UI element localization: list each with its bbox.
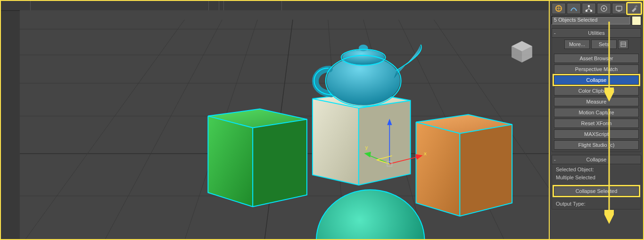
sets-button[interactable]: Sets <box>591 40 617 49</box>
rollout-collapse: - Collapse Selected Object: Multiple Sel… <box>552 155 641 209</box>
svg-marker-47 <box>415 154 422 160</box>
svg-marker-17 <box>253 120 307 207</box>
transform-gizmo[interactable]: y x <box>359 116 444 173</box>
object-color-swatch[interactable] <box>632 16 641 25</box>
svg-point-63 <box>603 8 605 9</box>
svg-marker-16 <box>208 116 253 207</box>
svg-rect-67 <box>621 42 626 47</box>
configure-icon <box>620 41 626 47</box>
viewcube[interactable] <box>509 39 535 64</box>
rollout-utilities-title: Utilities <box>588 30 604 36</box>
scene-objects <box>20 10 549 240</box>
utility-reset-xform[interactable]: Reset XForm <box>554 119 639 128</box>
tab-create[interactable] <box>552 3 566 14</box>
svg-marker-41 <box>387 119 392 125</box>
tab-display[interactable] <box>612 3 626 14</box>
tab-modify[interactable] <box>567 3 581 14</box>
object-box-green[interactable] <box>208 109 307 207</box>
svg-rect-56 <box>588 5 590 7</box>
output-type-label: Output Type: <box>554 200 639 207</box>
svg-line-61 <box>589 9 591 10</box>
viewport-frame: y x <box>0 0 549 240</box>
collapse-toggle-icon: - <box>554 30 556 36</box>
svg-rect-64 <box>616 6 622 10</box>
utility-motion-capture[interactable]: Motion Capture <box>554 108 639 117</box>
axis-y-label: y <box>365 144 368 150</box>
svg-point-33 <box>316 190 425 240</box>
selected-object-value: Multiple Selected <box>554 174 639 181</box>
svg-marker-43 <box>364 152 371 157</box>
svg-line-46 <box>389 157 419 164</box>
svg-marker-29 <box>460 125 512 216</box>
utility-measure[interactable]: Measure <box>554 97 639 106</box>
object-sphere[interactable] <box>316 190 425 240</box>
utility-color-clipboard[interactable]: Color Clipboard <box>554 86 639 96</box>
utility-maxscript[interactable]: MAXScript <box>554 129 639 139</box>
selection-row: 5 Objects Selected <box>552 16 641 25</box>
utility-flight-studio[interactable]: Flight Studio (c) <box>554 140 639 150</box>
svg-rect-57 <box>586 10 587 12</box>
tab-motion[interactable] <box>597 3 611 14</box>
rollout-utilities-header[interactable]: - Utilities <box>552 28 641 38</box>
rollout-collapse-header[interactable]: - Collapse <box>552 155 641 164</box>
selected-object-label: Selected Object: <box>554 166 639 173</box>
svg-point-37 <box>359 45 368 51</box>
tab-utilities[interactable] <box>627 3 641 14</box>
tab-hierarchy[interactable] <box>582 3 596 14</box>
axis-x-label: x <box>424 151 427 156</box>
command-panel: 5 Objects Selected - Utilities More... S… <box>549 0 644 240</box>
utility-asset-browser[interactable]: Asset Browser <box>554 54 639 63</box>
svg-rect-58 <box>590 10 592 12</box>
object-teapot[interactable] <box>314 45 421 106</box>
collapse-toggle-icon: - <box>554 157 556 162</box>
svg-line-44 <box>377 160 389 164</box>
utility-collapse[interactable]: Collapse <box>554 75 639 85</box>
svg-line-60 <box>586 9 589 10</box>
panel-tab-row <box>552 3 641 14</box>
rollout-utilities: - Utilities More... Sets Asset Browser P… <box>552 28 641 152</box>
collapse-selected-button[interactable]: Collapse Selected <box>554 186 639 196</box>
utility-perspective-match[interactable]: Perspective Match <box>554 64 639 74</box>
toolbar-strip <box>1 1 549 11</box>
configure-button[interactable] <box>618 40 628 49</box>
rollout-collapse-title: Collapse <box>586 157 607 162</box>
svg-marker-22 <box>313 99 359 185</box>
perspective-viewport[interactable]: y x <box>20 10 549 239</box>
more-button[interactable]: More... <box>564 40 590 49</box>
selection-label: 5 Objects Selected <box>552 16 630 24</box>
